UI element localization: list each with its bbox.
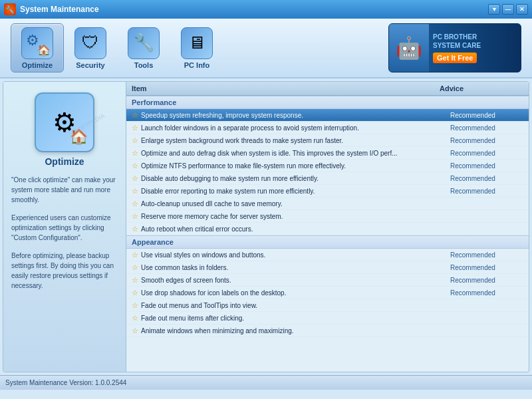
row-text: Auto reboot when critical error occurs.: [141, 225, 450, 233]
table-row[interactable]: ☆Optimize and auto defrag disk when syst…: [126, 147, 529, 160]
row-text: Use common tasks in folders.: [141, 264, 450, 271]
tools-nav-label: Tools: [134, 61, 154, 69]
table-row[interactable]: ☆Fade out menu items after clicking.: [126, 312, 529, 325]
window-controls: ▾ — ✕: [488, 4, 528, 15]
row-text: Use visual styles on windows and buttons…: [141, 251, 450, 259]
row-text: Disable error reporting to make system r…: [141, 188, 450, 195]
nav-optimize[interactable]: Optimize: [11, 23, 64, 72]
table-header: Item Advice: [126, 82, 529, 96]
table-row[interactable]: ☆Auto-cleanup unused dll cache to save m…: [126, 198, 529, 210]
table-row[interactable]: ☆Disable error reporting to make system …: [126, 185, 529, 198]
row-text: Launch folder windows in a separate proc…: [141, 124, 450, 132]
banner-cta[interactable]: Get It Free: [433, 53, 477, 63]
star-icon: ☆: [132, 251, 138, 259]
minimize-button[interactable]: ▾: [488, 4, 500, 15]
security-nav-icon: 🛡: [74, 27, 106, 59]
panel-desc-1: "One click optimize" can make your syste…: [11, 175, 118, 205]
table-row[interactable]: ☆Speedup system refreshing, improve syst…: [126, 109, 529, 122]
left-panel: ⚙ 🏠 SOFTPEDIA Optimize "One click optimi…: [3, 82, 126, 372]
star-icon: ☆: [132, 301, 138, 310]
nav-tools[interactable]: 🔧 Tools: [117, 23, 170, 72]
maximize-button[interactable]: —: [502, 4, 514, 15]
advice-cell: Recommended: [450, 137, 523, 144]
row-text: Fade out menu items after clicking.: [141, 315, 450, 322]
table-row[interactable]: ☆Disable auto debugging to make system r…: [126, 172, 529, 185]
advice-cell: Recommended: [450, 289, 523, 297]
table-row[interactable]: ☆Animate windows when minimizing and max…: [126, 325, 529, 337]
star-icon: ☆: [132, 162, 138, 170]
advice-cell: Recommended: [450, 124, 523, 132]
table-row[interactable]: ☆Reserve more memory cache for server sy…: [126, 210, 529, 223]
col-scroll-spacer: [513, 84, 523, 92]
advice-cell: Recommended: [450, 188, 523, 195]
table-body[interactable]: Performance☆Speedup system refreshing, i…: [126, 96, 529, 372]
star-icon: ☆: [132, 327, 138, 335]
row-text: Optimize and auto defrag disk when syste…: [141, 150, 450, 157]
table-row[interactable]: ☆Auto reboot when critical error occurs.: [126, 223, 529, 235]
row-text: Smooth edges of screen fonts.: [141, 277, 450, 284]
table-row[interactable]: ☆Fade out menus and ToolTips into view.: [126, 299, 529, 312]
row-text: Optimize NTFS performance to make file-s…: [141, 162, 450, 170]
app-icon: 🔧: [4, 3, 16, 15]
security-nav-label: Security: [76, 61, 104, 69]
navbar: Optimize 🛡 Security 🔧 Tools 🖥 PC Info 🤖 …: [0, 19, 532, 78]
row-text: Reserve more memory cache for server sys…: [141, 213, 450, 220]
star-icon: ☆: [132, 174, 138, 183]
star-icon: ☆: [132, 200, 138, 208]
advice-cell: Recommended: [450, 112, 523, 119]
nav-pcinfo[interactable]: 🖥 PC Info: [170, 23, 223, 72]
optimize-nav-label: Optimize: [22, 61, 53, 69]
statusbar: System Maintenance Version: 1.0.0.2544: [0, 375, 532, 390]
promo-banner[interactable]: 🤖 PC BROTHER SYSTEM CARE Get It Free: [388, 23, 521, 72]
star-icon: ☆: [132, 212, 138, 221]
right-panel: Item Advice Performance☆Speedup system r…: [126, 82, 529, 372]
table-row[interactable]: ☆Smooth edges of screen fonts.Recommende…: [126, 274, 529, 287]
section-header-appearance: Appearance: [126, 235, 529, 249]
star-icon: ☆: [132, 149, 138, 158]
row-text: Animate windows when minimizing and maxi…: [141, 327, 450, 334]
section-header-performance: Performance: [126, 96, 529, 109]
pcinfo-nav-icon: 🖥: [181, 27, 213, 59]
nav-security[interactable]: 🛡 Security: [64, 23, 117, 72]
banner-brand: PC BROTHER SYSTEM CARE: [433, 33, 517, 50]
pcinfo-nav-label: PC Info: [184, 61, 210, 69]
table-row[interactable]: ☆Enlarge system background work threads …: [126, 134, 529, 147]
panel-optimize-icon: ⚙ 🏠 SOFTPEDIA: [35, 92, 94, 152]
col-advice-header: Advice: [440, 84, 513, 92]
star-icon: ☆: [132, 187, 138, 196]
table-row[interactable]: ☆Use common tasks in folders.Recommended: [126, 261, 529, 274]
star-icon: ☆: [132, 263, 138, 272]
star-icon: ☆: [132, 136, 138, 145]
row-text: Fade out menus and ToolTips into view.: [141, 302, 450, 309]
row-text: Enlarge system background work threads t…: [141, 137, 450, 144]
advice-cell: Recommended: [450, 264, 523, 271]
row-text: Use drop shadows for icon labels on the …: [141, 289, 450, 297]
star-icon: ☆: [132, 124, 138, 132]
tools-nav-icon: 🔧: [128, 27, 160, 59]
star-icon: ☆: [132, 314, 138, 323]
star-icon: ☆: [132, 276, 138, 285]
banner-robot-icon: 🤖: [389, 23, 429, 72]
main-content: ⚙ 🏠 SOFTPEDIA Optimize "One click optimi…: [3, 81, 529, 372]
star-icon: ☆: [132, 289, 138, 297]
close-button[interactable]: ✕: [516, 4, 528, 15]
row-text: Speedup system refreshing, improve syste…: [141, 112, 450, 119]
advice-cell: Recommended: [450, 251, 523, 259]
star-icon: ☆: [132, 111, 138, 120]
star-icon: ☆: [132, 225, 138, 233]
table-row[interactable]: ☆Optimize NTFS performance to make file-…: [126, 160, 529, 172]
panel-desc-3: Before optimizing, please backup setting…: [11, 251, 118, 291]
panel-desc-2: Experienced users can customize optimiza…: [11, 213, 118, 243]
banner-text: PC BROTHER SYSTEM CARE Get It Free: [429, 30, 521, 66]
advice-cell: Recommended: [450, 162, 523, 170]
table-row[interactable]: ☆Use visual styles on windows and button…: [126, 249, 529, 261]
table-row[interactable]: ☆Use drop shadows for icon labels on the…: [126, 287, 529, 299]
advice-cell: Recommended: [450, 150, 523, 157]
advice-cell: Recommended: [450, 277, 523, 284]
col-item-header: Item: [132, 84, 440, 92]
table-row[interactable]: ☆Launch folder windows in a separate pro…: [126, 122, 529, 134]
app-title: System Maintenance: [20, 5, 99, 14]
statusbar-text: System Maintenance Version: 1.0.0.2544: [5, 379, 126, 386]
panel-title: Optimize: [45, 156, 84, 167]
optimize-nav-icon: [21, 27, 53, 59]
